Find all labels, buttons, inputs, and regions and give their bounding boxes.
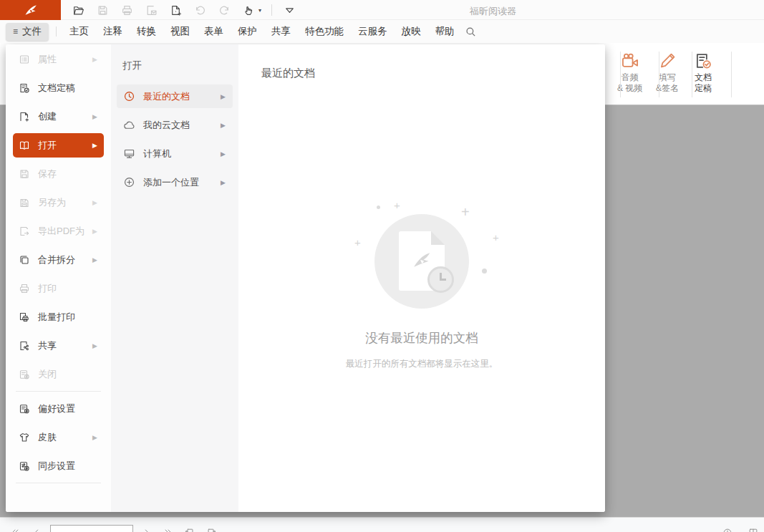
file-menu-item-打开[interactable]: 打开▶: [13, 133, 104, 158]
window-title: 福昕阅读器: [470, 5, 516, 18]
file-menu-item-label: 皮肤: [38, 431, 92, 444]
submenu-arrow-icon: ▶: [221, 122, 226, 129]
submenu-arrow-icon: ▶: [92, 256, 98, 263]
tab-云服务[interactable]: 云服务: [351, 21, 395, 42]
floppy-icon: [97, 4, 109, 16]
open-book-icon: [19, 140, 30, 151]
audio-video-button[interactable]: 音频& 视频: [617, 49, 642, 100]
tab-保护[interactable]: 保护: [231, 21, 264, 42]
file-menu-item-偏好设置[interactable]: 偏好设置: [13, 397, 104, 421]
file-menu-item-label: 保存: [38, 168, 92, 180]
document-finalize-label: 文档定稿: [695, 72, 712, 94]
computer-icon: [123, 147, 135, 160]
submenu-arrow-icon: ▶: [92, 228, 98, 235]
tab-视图[interactable]: 视图: [163, 21, 197, 42]
decor-plus: [394, 199, 400, 212]
add-circle-icon: [123, 176, 135, 188]
recent-clock-button[interactable]: [720, 526, 735, 532]
submenu-arrow-icon: ▶: [92, 113, 98, 120]
export-pdf-icon: [19, 226, 30, 237]
file-menu-item-皮肤[interactable]: 皮肤▶: [13, 425, 104, 450]
open-panel-item-我的云文档[interactable]: 我的云文档▶: [117, 113, 233, 137]
ribbon-group-separator: [731, 52, 732, 97]
first-page-button[interactable]: [7, 526, 23, 532]
tab-表单[interactable]: 表单: [197, 21, 231, 42]
doc-check-icon: [19, 82, 30, 94]
open-panel: 打开 最近的文档▶我的云文档▶计算机▶添加一个位置▶: [111, 44, 238, 512]
next-page-button[interactable]: [139, 526, 155, 532]
open-file-button[interactable]: [71, 3, 85, 17]
page-number-input[interactable]: [51, 526, 124, 532]
file-menu-item-关闭: 关闭: [13, 362, 104, 387]
tab-共享[interactable]: 共享: [264, 21, 298, 42]
tab-特色功能[interactable]: 特色功能: [298, 21, 351, 42]
foxit-bird-watermark-icon: [411, 251, 432, 269]
file-menu-item-合并拆分[interactable]: 合并拆分▶: [13, 248, 104, 272]
floppy-as-icon: [19, 197, 30, 208]
printer-icon: [19, 283, 30, 294]
decor-dot: [482, 269, 487, 274]
file-menu-item-label: 批量打印: [38, 311, 92, 324]
document-finalize-button[interactable]: 文档定稿: [694, 49, 712, 100]
page-navigation: ▾: [7, 525, 219, 532]
page-layout-button[interactable]: [745, 526, 761, 532]
file-menu-item-创建[interactable]: 创建▶: [13, 105, 104, 129]
file-menu-item-文档定稿[interactable]: 文档定稿: [13, 76, 104, 100]
hand-tool-button[interactable]: [241, 3, 256, 17]
tab-注释[interactable]: 注释: [96, 21, 130, 42]
recent-panel-title: 最近的文档: [261, 67, 315, 80]
file-menu-item-导出PDF为: 导出PDF为▶: [13, 219, 104, 243]
ribbon-group-separator: [659, 52, 659, 97]
tab-帮助[interactable]: 帮助: [428, 21, 462, 42]
clock-caret-icon[interactable]: ▾: [739, 530, 742, 532]
file-menu-item-label: 打开: [38, 139, 92, 152]
ribbon-group-separator: [692, 52, 692, 97]
file-menu-item-属性: 属性▶: [13, 47, 104, 72]
open-panel-item-label: 计算机: [143, 147, 221, 160]
file-menu-item-label: 打印: [38, 282, 92, 295]
redo-button: [217, 3, 231, 17]
open-panel-item-添加一个位置[interactable]: 添加一个位置▶: [117, 170, 233, 194]
rotate-right-button[interactable]: [203, 526, 219, 532]
search-icon[interactable]: [462, 22, 480, 41]
pencil-icon: [658, 49, 677, 70]
file-menu-item-批量打印[interactable]: 批量打印: [13, 305, 104, 329]
file-menu-item-label: 关闭: [38, 368, 92, 381]
prev-page-button[interactable]: [29, 526, 44, 532]
new-document-button[interactable]: [168, 3, 183, 17]
cloud-icon: [123, 119, 135, 131]
doc-new-icon: [170, 4, 182, 16]
doc-close-icon: [19, 369, 30, 380]
tab-转换[interactable]: 转换: [130, 21, 163, 42]
file-backstage-menu: 属性▶文档定稿创建▶打开▶保存另存为▶导出PDF为▶合并拆分▶打印批量打印共享▶…: [6, 44, 605, 512]
open-panel-item-计算机[interactable]: 计算机▶: [117, 142, 233, 165]
hamburger-icon: ≡: [13, 26, 18, 37]
file-menu-item-同步设置[interactable]: 同步设置: [13, 454, 104, 478]
recent-documents-panel: 最近的文档 没有最近使用的文档 最近打开的所有文档都将显示在这里。: [238, 44, 605, 512]
tab-放映[interactable]: 放映: [395, 21, 428, 42]
undo-icon: [194, 4, 206, 16]
file-menu-button[interactable]: ≡ 文件: [6, 23, 49, 41]
customize-toolbar-button[interactable]: [282, 3, 296, 17]
submenu-arrow-icon: ▶: [92, 434, 98, 441]
ribbon-group-separator: [620, 52, 621, 97]
file-menu-item-保存: 保存: [13, 162, 104, 186]
tab-主页[interactable]: 主页: [62, 21, 96, 42]
floppy-icon: [19, 168, 30, 180]
undo-button: [193, 3, 207, 17]
file-menu-item-label: 合并拆分: [38, 253, 92, 266]
open-panel-header: 打开: [122, 59, 238, 72]
foxit-logo: [0, 0, 61, 20]
file-menu-label: 文件: [22, 25, 42, 38]
folder-open-icon: [72, 4, 84, 16]
page-dropdown-caret-icon[interactable]: ▾: [124, 530, 132, 532]
last-page-button[interactable]: [160, 526, 176, 532]
file-menu-item-共享[interactable]: 共享▶: [13, 334, 104, 358]
empty-state-title: 没有最近使用的文档: [238, 329, 605, 347]
file-menu-panel: 属性▶文档定稿创建▶打开▶保存另存为▶导出PDF为▶合并拆分▶打印批量打印共享▶…: [6, 44, 111, 512]
rotate-left-button[interactable]: [182, 526, 198, 532]
doc-share-icon: [19, 340, 30, 352]
dropdown-caret-icon[interactable]: ▾: [258, 7, 261, 14]
preferences-icon: [19, 403, 30, 415]
open-panel-item-最近的文档[interactable]: 最近的文档▶: [117, 84, 233, 108]
